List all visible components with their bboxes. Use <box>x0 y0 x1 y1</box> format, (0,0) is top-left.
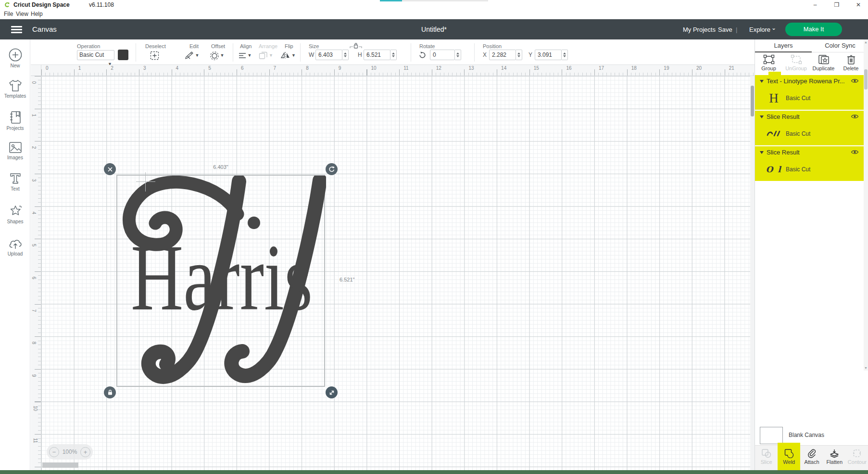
color-swatch[interactable] <box>118 50 128 60</box>
size-lock-link-icon[interactable] <box>349 42 363 49</box>
position-label: Position <box>483 43 502 49</box>
text-T-icon <box>9 172 22 185</box>
ruler-number: 7 <box>31 309 37 312</box>
deselect-button[interactable] <box>146 49 163 62</box>
sidebar-item-projects[interactable]: Projects <box>0 111 30 131</box>
operation-dropdown[interactable]: Basic Cut▼ <box>77 50 114 60</box>
offset-button[interactable]: ▼ <box>209 49 225 62</box>
scroll-up-icon[interactable]: ▲ <box>864 40 868 44</box>
my-projects-link[interactable]: My Projects <box>683 26 716 33</box>
visibility-eye-icon[interactable] <box>851 78 859 84</box>
canvas-grid[interactable]: Harris 6.403" 6.521" <box>41 76 750 470</box>
rotate-icon[interactable] <box>418 51 427 59</box>
ruler-number: 18 <box>631 65 637 71</box>
shapes-star-icon <box>9 205 22 218</box>
align-button[interactable]: ▼ <box>237 49 253 62</box>
sidebar-item-text[interactable]: Text <box>0 172 30 192</box>
width-stepper[interactable] <box>342 50 349 60</box>
duplicate-button[interactable]: Duplicate <box>810 53 837 74</box>
ruler-number: 7 <box>274 65 277 71</box>
ruler-number: 9 <box>31 374 37 377</box>
layer-group-header[interactable]: Slice Result <box>755 111 865 123</box>
panel-scrollbar[interactable]: ▲ ▼ <box>864 39 868 371</box>
layer-thumbnail: H <box>766 90 782 106</box>
save-link[interactable]: Save <box>718 26 732 33</box>
status-bar <box>0 470 868 474</box>
minimize-button[interactable]: – <box>807 0 823 10</box>
tshirt-icon <box>8 79 23 92</box>
flatten-button[interactable]: Flatten <box>823 446 846 470</box>
sidebar-item-shapes[interactable]: Shapes <box>0 205 30 224</box>
rotate-handle[interactable] <box>326 163 338 175</box>
sidebar-item-images[interactable]: Images <box>0 141 30 160</box>
arrange-button[interactable]: ▼ <box>258 49 274 62</box>
flip-horizontal-icon <box>280 51 290 59</box>
contour-button[interactable]: Contour <box>846 446 868 470</box>
canvas-color-swatch[interactable] <box>760 427 783 444</box>
height-stepper[interactable] <box>390 50 397 60</box>
menu-file[interactable]: File <box>4 11 13 17</box>
design-text: Harris <box>131 225 313 330</box>
tab-color-sync[interactable]: Color Sync <box>812 39 868 52</box>
horizontal-scrollbar-thumb[interactable] <box>42 462 78 468</box>
rotate-stepper[interactable] <box>455 50 461 60</box>
edit-toolbar: Operation Basic Cut▼ Deselect Edit ▼ Off… <box>31 39 755 65</box>
layer-row-basic-cut[interactable]: Basic Cut <box>755 123 865 145</box>
layer-row-basic-cut[interactable]: O l Basic Cut <box>755 159 865 181</box>
weld-button[interactable]: Weld <box>778 443 800 472</box>
flip-button[interactable]: ▼ <box>280 49 296 62</box>
resize-diagonal-icon <box>328 389 335 396</box>
group-button[interactable]: Group <box>755 53 782 74</box>
caret-down-icon: ▼ <box>195 53 200 58</box>
height-input[interactable]: 6.521 <box>364 50 390 60</box>
canvas-area: 0123456789101112131415161718192021 01234… <box>31 65 755 470</box>
x-position-input[interactable]: 2.282 <box>489 50 516 60</box>
y-position-stepper[interactable] <box>562 50 568 60</box>
scroll-down-icon[interactable]: ▼ <box>864 366 868 370</box>
ruler-number: 15 <box>534 65 539 71</box>
make-it-button[interactable]: Make It <box>785 23 842 36</box>
layer-group-header[interactable]: Text - Linotype Rowena Pr... <box>755 75 865 88</box>
menu-help[interactable]: Help <box>31 11 43 17</box>
harris-design[interactable]: Harris <box>117 176 326 388</box>
caret-down-icon: ▼ <box>248 53 252 58</box>
explore-link[interactable]: Explore <box>749 26 770 33</box>
delete-handle[interactable] <box>104 163 116 175</box>
delete-button[interactable]: Delete <box>837 53 865 74</box>
y-position-input[interactable]: 3.091 <box>535 50 562 60</box>
layer-row-basic-cut[interactable]: H Basic Cut <box>755 88 865 110</box>
sidebar-item-new[interactable]: New <box>0 48 30 68</box>
close-button[interactable]: ✕ <box>850 0 867 10</box>
collapse-arrow-icon[interactable] <box>760 151 764 154</box>
resize-handle[interactable] <box>326 386 338 398</box>
slice-button[interactable]: Slice <box>755 446 778 470</box>
sidebar-item-upload[interactable]: Upload <box>0 238 30 256</box>
restore-button[interactable]: ❐ <box>829 0 845 10</box>
width-input[interactable]: 6.403 <box>315 50 342 60</box>
ruler-number: 4 <box>31 211 37 214</box>
zoom-in-button[interactable]: + <box>80 447 90 457</box>
visibility-eye-icon[interactable] <box>851 114 859 119</box>
canvas-vertical-scrollbar[interactable] <box>750 76 755 470</box>
visibility-eye-icon[interactable] <box>851 149 859 155</box>
notebook-bookmark-icon <box>9 111 22 124</box>
collapse-arrow-icon[interactable] <box>760 80 764 83</box>
lock-handle[interactable] <box>104 386 116 398</box>
trash-icon <box>846 54 856 65</box>
ungroup-button[interactable]: UnGroup <box>782 53 810 74</box>
edit-button[interactable]: ▼ <box>184 49 200 62</box>
layer-group-header[interactable]: Slice Result <box>755 146 865 159</box>
explore-chevron-down-icon[interactable]: ⌄ <box>771 25 776 31</box>
selection-bounding-box[interactable]: Harris 6.403" 6.521" <box>116 175 325 387</box>
menu-view[interactable]: View <box>16 11 28 17</box>
collapse-arrow-icon[interactable] <box>760 115 764 118</box>
panel-scrollbar-thumb[interactable] <box>864 69 868 90</box>
sidebar-item-templates[interactable]: Templates <box>0 79 30 99</box>
x-position-stepper[interactable] <box>516 50 522 60</box>
tab-layers[interactable]: Layers <box>755 39 812 52</box>
vertical-scrollbar-thumb[interactable] <box>751 86 754 116</box>
attach-button[interactable]: Attach <box>800 446 823 470</box>
zoom-out-button[interactable]: − <box>49 447 59 457</box>
blank-canvas-label: Blank Canvas <box>789 432 824 438</box>
rotate-input[interactable]: 0 <box>430 50 455 60</box>
